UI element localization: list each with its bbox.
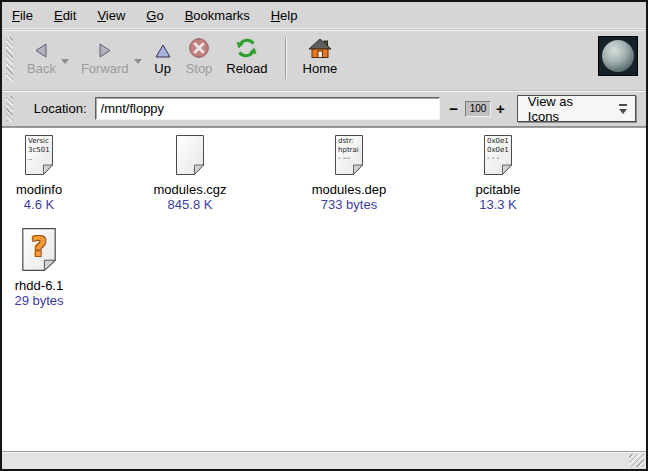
back-history-dropdown[interactable] [60, 51, 70, 69]
file-item[interactable]: Versic3c501.. modinfo 4.6 K [2, 134, 76, 212]
reload-button[interactable]: Reload [226, 34, 267, 76]
toolbar-drag-handle[interactable] [6, 37, 13, 81]
file-name: pcitable [422, 182, 574, 197]
document-icon: dstr: hptrai- --- [334, 134, 364, 176]
stop-label: Stop [186, 62, 213, 76]
home-label: Home [303, 62, 338, 76]
location-label: Location: [34, 101, 87, 116]
file-name: modules.dep [268, 182, 430, 197]
menu-help[interactable]: Help [271, 8, 298, 23]
document-icon [175, 134, 205, 176]
throbber-sphere-icon [602, 40, 634, 72]
location-bar-drag-handle[interactable] [6, 96, 13, 122]
up-button[interactable]: Up [154, 34, 172, 76]
toolbar: Back Forward Up [2, 30, 646, 91]
file-name: rhdd-6.1 [2, 278, 76, 293]
menu-bookmarks[interactable]: Bookmarks [185, 8, 250, 23]
file-size: 4.6 K [2, 197, 76, 212]
location-input[interactable] [95, 97, 441, 120]
file-name: modules.cgz [114, 182, 266, 197]
back-button[interactable]: Back [27, 34, 56, 76]
stop-icon [188, 34, 210, 59]
stop-button[interactable]: Stop [186, 34, 213, 76]
zoom-out-button[interactable]: − [449, 101, 458, 117]
back-icon [33, 34, 50, 59]
file-size: 13.3 K [422, 197, 574, 212]
reload-icon [235, 34, 258, 59]
menu-file[interactable]: File [12, 8, 33, 23]
file-view[interactable]: Versic3c501.. modinfo 4.6 K modules.cgz … [2, 127, 646, 451]
reload-label: Reload [226, 62, 267, 76]
resize-grip[interactable] [629, 454, 644, 467]
option-menu-arrow-icon [616, 102, 630, 116]
file-item[interactable]: modules.cgz 845.8 K [114, 134, 266, 212]
file-size: 845.8 K [114, 197, 266, 212]
up-label: Up [154, 62, 171, 76]
view-mode-dropdown[interactable]: View as Icons [517, 95, 636, 122]
file-manager-window: File Edit View Go Bookmarks Help Back Fo… [0, 0, 648, 471]
document-icon: Versic3c501.. [24, 134, 54, 176]
zoom-in-button[interactable]: + [496, 101, 505, 117]
menu-bar: File Edit View Go Bookmarks Help [2, 2, 646, 30]
menu-edit[interactable]: Edit [54, 8, 76, 23]
unknown-file-icon: ? [21, 227, 57, 272]
up-icon [154, 34, 172, 59]
chevron-down-icon [133, 59, 143, 65]
home-icon [308, 34, 332, 59]
file-item[interactable]: dstr: hptrai- --- modules.dep 733 bytes [268, 134, 430, 212]
forward-button[interactable]: Forward [81, 34, 129, 76]
chevron-down-icon [60, 59, 70, 65]
zoom-level-indicator[interactable]: 100 [465, 101, 491, 117]
forward-label: Forward [81, 62, 129, 76]
forward-history-dropdown[interactable] [133, 51, 143, 69]
document-icon: 0x0e10x0e1- - - [483, 134, 513, 176]
menu-go[interactable]: Go [146, 8, 163, 23]
menu-view[interactable]: View [97, 8, 125, 23]
file-size: 733 bytes [268, 197, 430, 212]
forward-icon [96, 34, 113, 59]
file-name: modinfo [2, 182, 76, 197]
question-mark-glyph: ? [21, 227, 57, 266]
home-button[interactable]: Home [303, 34, 338, 76]
toolbar-separator [285, 37, 286, 79]
throbber [598, 36, 638, 76]
file-item[interactable]: ? rhdd-6.1 29 bytes [2, 227, 76, 308]
file-size: 29 bytes [2, 293, 76, 308]
status-bar [2, 451, 646, 469]
back-label: Back [27, 62, 56, 76]
view-mode-label: View as Icons [528, 94, 604, 124]
location-bar: Location: − 100 + View as Icons [2, 91, 646, 127]
file-item[interactable]: 0x0e10x0e1- - - pcitable 13.3 K [422, 134, 574, 212]
